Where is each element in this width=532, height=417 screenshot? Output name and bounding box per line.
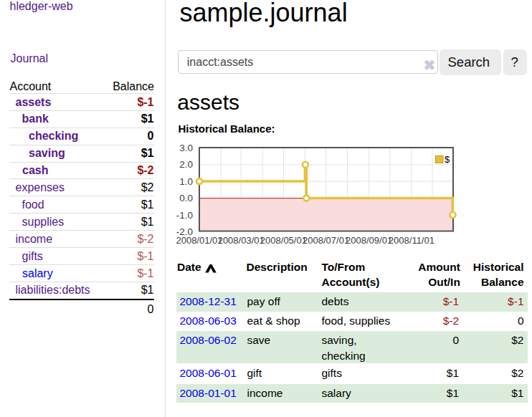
svg-text:2008/03/01: 2008/03/01: [218, 235, 265, 246]
svg-text:1.0: 1.0: [179, 176, 193, 187]
svg-text:2008/07/01: 2008/07/01: [303, 235, 349, 246]
svg-text:-1.0: -1.0: [176, 210, 193, 221]
svg-text:3.0: 3.0: [179, 143, 193, 153]
svg-text:0.0: 0.0: [179, 193, 193, 203]
svg-text:2008/05/01: 2008/05/01: [260, 235, 307, 246]
svg-text:2.0: 2.0: [179, 159, 193, 170]
svg-text:2008/11/01: 2008/11/01: [389, 235, 434, 246]
svg-text:2008/01/01: 2008/01/01: [176, 235, 222, 246]
svg-text:2008/09/01: 2008/09/01: [346, 235, 392, 246]
svg-text:$: $: [445, 154, 450, 165]
